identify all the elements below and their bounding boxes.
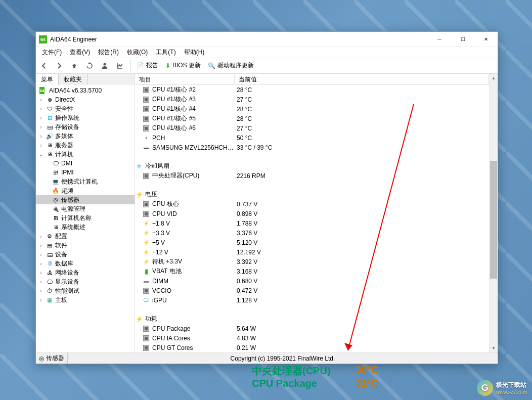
- chart-button[interactable]: [114, 60, 126, 72]
- titlebar: 64 AIDA64 Engineer ─ ☐ ✕: [36, 32, 498, 47]
- refresh-button[interactable]: [83, 60, 96, 72]
- main-panel: 项目 当前值 CPU #1/核心 #228 °CCPU #1/核心 #327 °…: [135, 74, 498, 352]
- tree-item-name[interactable]: 🖹计算机名称: [36, 213, 135, 223]
- tree-view[interactable]: 64 AIDA64 v6.33.5700 ›⊗DirectX ›🛡安全性 ›⊞操…: [36, 85, 135, 352]
- list-row[interactable]: CPU #1/核心 #528 °C: [135, 114, 489, 123]
- pc-icon: 🖥: [52, 223, 60, 231]
- database-icon: 🛢: [46, 259, 54, 268]
- list-row[interactable]: CPU #1/核心 #428 °C: [135, 104, 489, 114]
- drive-icon: 🖴: [46, 123, 54, 131]
- copyright-label: Copyright (c) 1995-2021 FinalWire Ltd.: [67, 353, 498, 364]
- board-icon: ▦: [46, 296, 54, 304]
- vertical-scrollbar[interactable]: ▲ ▼: [489, 74, 498, 352]
- gear-icon: ⚙: [46, 232, 54, 240]
- user-button[interactable]: [99, 60, 111, 72]
- display-icon: 🖵: [46, 278, 54, 286]
- tree-item-os[interactable]: ›⊞操作系统: [36, 113, 135, 122]
- list-row[interactable]: ⚡+5 V5.120 V: [135, 238, 489, 247]
- row-icon: ▮: [142, 268, 150, 276]
- minimize-button[interactable]: ─: [428, 32, 451, 47]
- driver-update-button[interactable]: 🔍 驱动程序更新: [206, 60, 256, 71]
- shield-icon: 🛡: [46, 105, 54, 113]
- temperature-hud: 中央处理器(CPU)30°C CPU Package31°C: [252, 364, 378, 389]
- sidebar: 菜单 收藏夹 64 AIDA64 v6.33.5700 ›⊗DirectX ›🛡…: [36, 74, 135, 352]
- tree-item-motherboard[interactable]: ›▦主板: [36, 295, 135, 304]
- menu-report[interactable]: 报告(R): [94, 47, 123, 58]
- download-icon: ⬇: [165, 62, 170, 69]
- tree-item-benchmark[interactable]: ›⏱性能测试: [36, 286, 135, 295]
- tree-item-directx[interactable]: ›⊗DirectX: [36, 95, 135, 104]
- row-icon: ⚡: [142, 219, 150, 228]
- tree-item-devices[interactable]: ›🖴设备: [36, 250, 135, 259]
- monitor-icon: 🖵: [52, 159, 60, 167]
- tree-item-server[interactable]: ›🖥服务器: [36, 141, 135, 150]
- list-row[interactable]: ⚡+3.3 V3.376 V: [135, 228, 489, 238]
- row-icon: ⚡: [142, 248, 150, 256]
- list-row[interactable]: 🖵iGPU1.128 V: [135, 295, 489, 305]
- tree-item-summary[interactable]: 🖥系统概述: [36, 223, 135, 232]
- tree-item-storage[interactable]: ›🖴存储设备: [36, 122, 135, 131]
- list-row[interactable]: CPU #1/核心 #627 °C: [135, 123, 489, 133]
- nav-back-button[interactable]: [38, 60, 50, 72]
- list-row[interactable]: 中央处理器(CPU)2216 RPM: [135, 171, 489, 181]
- list-row[interactable]: ⚡+12 V12.192 V: [135, 247, 489, 257]
- tree-item-display[interactable]: ›🖵显示设备: [36, 277, 135, 286]
- list-row[interactable]: ⚡待机 +3.3V3.392 V: [135, 257, 489, 266]
- col-value[interactable]: 当前值: [235, 74, 489, 84]
- list-row[interactable]: CPU #1/核心 #327 °C: [135, 95, 489, 104]
- tree-item-portable[interactable]: 💻便携式计算机: [36, 177, 135, 186]
- list-row[interactable]: ▮VBAT 电池3.168 V: [135, 266, 489, 276]
- list-row[interactable]: ▬SAMSUNG MZVL2256HCHQ...33 °C / 39 °C: [135, 143, 489, 152]
- scroll-up-button[interactable]: ▲: [490, 74, 498, 82]
- list-row[interactable]: CPU IA Cores4.83 W: [135, 333, 489, 343]
- list-row[interactable]: CPU 核心0.737 V: [135, 199, 489, 209]
- fire-icon: 🔥: [52, 187, 60, 195]
- list-row[interactable]: CPU #1/核心 #228 °C: [135, 85, 489, 95]
- nav-forward-button[interactable]: [53, 60, 65, 72]
- svg-point-0: [104, 63, 106, 65]
- scroll-thumb[interactable]: [490, 161, 497, 279]
- tree-item-network[interactable]: ›🖧网络设备: [36, 268, 135, 277]
- col-item[interactable]: 项目: [135, 74, 235, 84]
- tree-item-dmi[interactable]: 🖵DMI: [36, 159, 135, 168]
- box-icon: ▤: [46, 241, 54, 249]
- row-icon: ⚡: [142, 239, 150, 247]
- nav-up-button[interactable]: [68, 60, 80, 72]
- tree-item-multimedia[interactable]: ›🔊多媒体: [36, 131, 135, 141]
- list-row[interactable]: ▪PCH50 °C: [135, 133, 489, 143]
- tree-item-config[interactable]: ›⚙配置: [36, 232, 135, 241]
- tree-root[interactable]: 64 AIDA64 v6.33.5700: [36, 86, 135, 95]
- menu-tools[interactable]: 工具(T): [152, 47, 180, 58]
- sidebar-tab-favorites[interactable]: 收藏夹: [59, 74, 87, 85]
- tree-item-database[interactable]: ›🛢数据库: [36, 259, 135, 268]
- maximize-button[interactable]: ☐: [451, 32, 474, 47]
- tree-item-power[interactable]: 🔌电源管理: [36, 204, 135, 213]
- tree-item-software[interactable]: ›▤软件: [36, 241, 135, 250]
- tree-item-computer[interactable]: ⌄🖥计算机: [36, 150, 135, 159]
- menu-view[interactable]: 查看(V): [66, 47, 94, 58]
- menu-file[interactable]: 文件(F): [38, 47, 66, 58]
- list-row[interactable]: CPU VID0.898 V: [135, 209, 489, 218]
- tree-item-security[interactable]: ›🛡安全性: [36, 104, 135, 113]
- list-row[interactable]: CPU Package5.64 W: [135, 324, 489, 333]
- row-icon: [142, 200, 150, 208]
- menu-help[interactable]: 帮助(H): [180, 47, 209, 58]
- row-icon: [142, 96, 150, 104]
- sidebar-tab-menu[interactable]: 菜单: [36, 74, 59, 85]
- bios-update-button[interactable]: ⬇ BIOS 更新: [163, 60, 203, 71]
- tree-item-sensor[interactable]: ◎传感器: [36, 195, 135, 204]
- list-row[interactable]: ▬DIMM0.680 V: [135, 276, 489, 286]
- tree-item-overclock[interactable]: 🔥超频: [36, 186, 135, 195]
- directx-icon: ⊗: [46, 96, 54, 104]
- list-row[interactable]: CPU GT Cores0.21 W: [135, 343, 489, 352]
- tree-item-ipmi[interactable]: 🖳IPMI: [36, 168, 135, 177]
- scroll-down-button[interactable]: ▼: [490, 344, 498, 352]
- menu-favorites[interactable]: 收藏(O): [123, 47, 152, 58]
- list-row[interactable]: ⚡+1.8 V1.788 V: [135, 218, 489, 228]
- report-button[interactable]: 📄 报告: [135, 60, 160, 71]
- list-row[interactable]: VCCIO0.472 V: [135, 286, 489, 295]
- section-header: ✲冷却风扇: [135, 161, 489, 171]
- close-button[interactable]: ✕: [474, 32, 498, 47]
- search-icon: 🔍: [208, 62, 215, 69]
- document-icon: 📄: [137, 62, 144, 69]
